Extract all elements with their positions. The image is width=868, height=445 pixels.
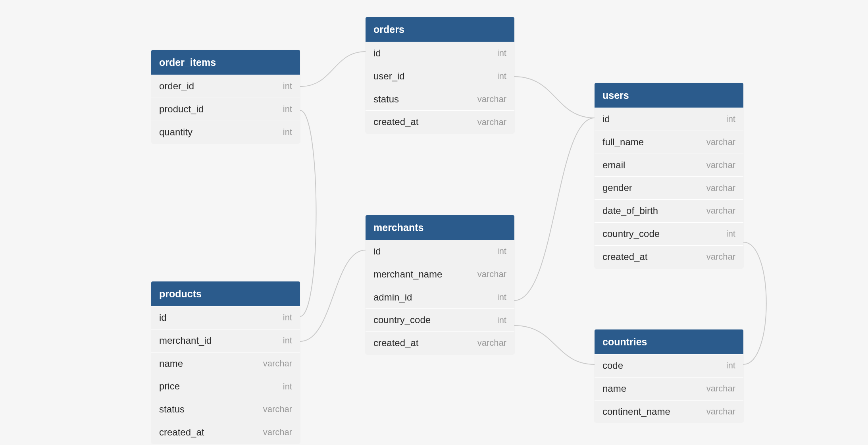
diagram-canvas[interactable]: order_items order_id int product_id int … [0,0,868,445]
column-name: price [159,381,180,392]
column-type: varchar [477,338,506,348]
table-row[interactable]: created_at varchar [151,421,300,444]
column-name: status [373,94,399,105]
column-name: country_code [602,228,660,240]
table-row[interactable]: status varchar [366,88,514,111]
table-row[interactable]: created_at varchar [366,331,514,354]
column-type: int [726,114,735,124]
table-row[interactable]: code int [595,354,743,377]
column-type: varchar [706,252,735,262]
table-row[interactable]: name varchar [595,377,743,400]
column-type: int [283,81,292,91]
column-type: varchar [706,183,735,193]
column-type: varchar [706,137,735,147]
column-name: merchant_name [373,269,442,280]
column-name: id [373,246,381,257]
table-row[interactable]: order_id int [151,75,300,98]
table-countries[interactable]: countries code int name varchar continen… [595,329,743,423]
column-name: name [602,383,626,395]
table-header: merchants [366,215,514,240]
column-name: country_code [373,314,431,326]
column-name: continent_name [602,406,670,418]
column-name: date_of_birth [602,205,658,217]
column-name: id [602,114,610,125]
table-row[interactable]: name varchar [151,352,300,375]
table-header: users [595,83,743,108]
column-name: product_id [159,104,204,115]
table-row[interactable]: created_at varchar [595,245,743,268]
column-type: int [497,48,506,58]
table-merchants[interactable]: merchants id int merchant_name varchar a… [366,215,514,354]
column-name: quantity [159,127,192,138]
table-row[interactable]: id int [595,108,743,131]
column-name: status [159,404,185,415]
table-row[interactable]: id int [366,240,514,263]
column-name: user_id [373,71,405,82]
table-row[interactable]: id int [366,42,514,65]
column-type: varchar [263,358,292,369]
column-type: varchar [706,160,735,170]
table-row[interactable]: gender varchar [595,176,743,199]
column-name: gender [602,182,632,194]
table-row[interactable]: email varchar [595,154,743,177]
column-type: varchar [477,269,506,279]
column-name: created_at [159,427,204,438]
column-type: int [283,127,292,137]
column-type: int [497,315,506,326]
table-row[interactable]: country_code int [595,222,743,245]
table-products[interactable]: products id int merchant_id int name var… [151,281,300,444]
column-name: name [159,358,183,370]
column-name: merchant_id [159,335,212,347]
table-users[interactable]: users id int full_name varchar email var… [595,83,743,268]
table-order-items[interactable]: order_items order_id int product_id int … [151,50,300,143]
column-type: int [283,335,292,346]
column-name: order_id [159,81,194,92]
column-name: created_at [373,337,418,349]
column-type: varchar [263,427,292,437]
table-row[interactable]: quantity int [151,121,300,144]
table-row[interactable]: merchant_id int [151,329,300,352]
table-header: order_items [151,50,300,75]
column-name: admin_id [373,292,412,303]
column-type: int [497,246,506,256]
column-type: int [726,229,735,239]
table-row[interactable]: created_at varchar [366,110,514,133]
table-row[interactable]: user_id int [366,65,514,88]
table-orders[interactable]: orders id int user_id int status varchar… [366,17,514,133]
column-name: created_at [602,251,647,263]
column-type: int [497,71,506,81]
table-row[interactable]: country_code int [366,308,514,331]
column-type: varchar [477,94,506,104]
table-header: products [151,281,300,306]
table-row[interactable]: merchant_name varchar [366,263,514,286]
column-name: id [159,312,167,324]
table-header: countries [595,329,743,354]
column-name: code [602,360,623,372]
table-row[interactable]: price int [151,375,300,398]
column-name: id [373,48,381,59]
column-type: varchar [477,117,506,127]
column-type: int [283,312,292,323]
column-name: created_at [373,116,418,128]
column-name: email [602,160,625,171]
table-row[interactable]: full_name varchar [595,131,743,154]
column-name: full_name [602,137,644,148]
table-row[interactable]: admin_id int [366,286,514,309]
table-header: orders [366,17,514,42]
table-row[interactable]: product_id int [151,98,300,121]
table-row[interactable]: id int [151,306,300,329]
column-type: varchar [706,406,735,417]
column-type: int [283,381,292,392]
table-row[interactable]: date_of_birth varchar [595,199,743,222]
column-type: int [497,292,506,302]
column-type: int [726,360,735,371]
table-row[interactable]: status varchar [151,398,300,421]
column-type: varchar [263,404,292,414]
column-type: varchar [706,383,735,394]
table-row[interactable]: continent_name varchar [595,400,743,423]
column-type: int [283,104,292,114]
column-type: varchar [706,206,735,216]
